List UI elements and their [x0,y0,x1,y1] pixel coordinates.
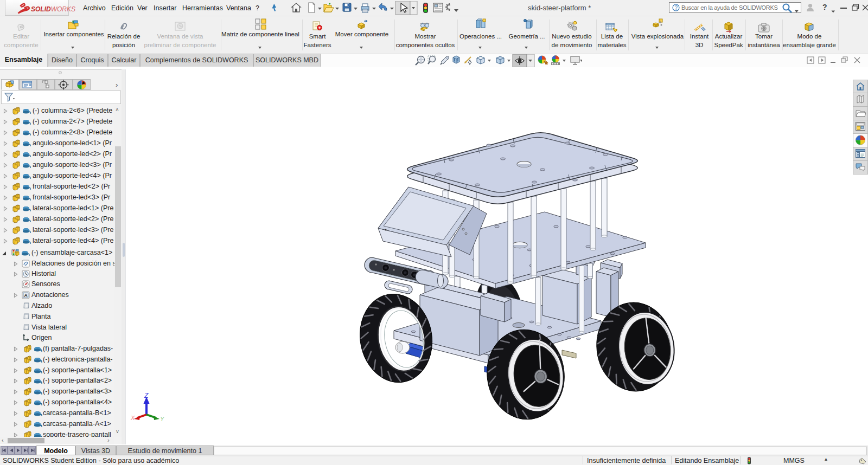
svg-text:A: A [24,293,27,298]
svg-text:?: ? [675,5,678,11]
svg-text:SOLIDWORKS: SOLIDWORKS [31,5,75,13]
svg-text:X: X [130,415,135,421]
svg-text:Z: Z [144,392,149,399]
svg-text:Y: Y [160,416,164,422]
